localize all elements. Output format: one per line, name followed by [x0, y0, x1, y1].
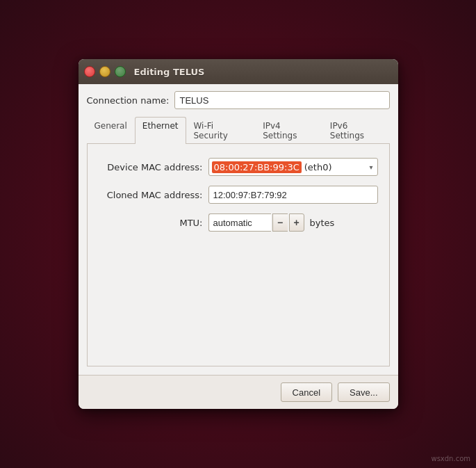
mtu-label: MTU:	[99, 218, 203, 228]
mtu-row: MTU: − + bytes	[99, 213, 378, 232]
ethernet-tab-content: Device MAC address: 08:00:27:BB:99:3C (e…	[87, 144, 390, 366]
close-button[interactable]	[84, 66, 95, 77]
device-mac-display[interactable]: 08:00:27:BB:99:3C (eth0) ▾	[208, 158, 378, 176]
cancel-button[interactable]: Cancel	[281, 382, 332, 402]
mac-suffix: (eth0)	[304, 162, 332, 172]
tab-ethernet[interactable]: Ethernet	[135, 117, 186, 144]
tab-bar: General Ethernet Wi-Fi Security IPv4 Set…	[87, 116, 390, 144]
mac-highlighted-value: 08:00:27:BB:99:3C	[212, 161, 302, 173]
titlebar: Editing TELUS	[79, 59, 398, 84]
tab-ipv6-settings[interactable]: IPv6 Settings	[322, 117, 390, 144]
bottom-bar: Cancel Save...	[79, 375, 398, 409]
dropdown-arrow-icon: ▾	[369, 163, 372, 171]
device-mac-label: Device MAC address:	[99, 162, 203, 172]
connection-name-input[interactable]	[174, 91, 389, 109]
dialog-window: Editing TELUS Connection name: General E…	[79, 59, 398, 409]
device-mac-row: Device MAC address: 08:00:27:BB:99:3C (e…	[99, 158, 378, 176]
mtu-input-wrapper: − +	[208, 213, 304, 232]
maximize-button[interactable]	[115, 66, 126, 77]
tab-general[interactable]: General	[87, 117, 135, 144]
window-title: Editing TELUS	[134, 67, 205, 77]
tab-wifi-security[interactable]: Wi-Fi Security	[186, 117, 256, 144]
cloned-mac-input[interactable]	[208, 186, 378, 204]
mtu-unit: bytes	[310, 218, 335, 228]
minimize-button[interactable]	[99, 66, 110, 77]
connection-name-row: Connection name:	[87, 91, 390, 109]
watermark: wsxdn.com	[431, 455, 470, 462]
save-button[interactable]: Save...	[338, 382, 389, 402]
cloned-mac-row: Cloned MAC address:	[99, 186, 378, 204]
mtu-input[interactable]	[208, 213, 271, 232]
mtu-increase-button[interactable]: +	[289, 213, 304, 232]
tab-ipv4-settings[interactable]: IPv4 Settings	[255, 117, 322, 144]
connection-name-label: Connection name:	[87, 95, 170, 106]
cloned-mac-label: Cloned MAC address:	[99, 190, 203, 200]
window-content: Connection name: General Ethernet Wi-Fi …	[79, 84, 398, 375]
mtu-decrease-button[interactable]: −	[272, 213, 288, 232]
